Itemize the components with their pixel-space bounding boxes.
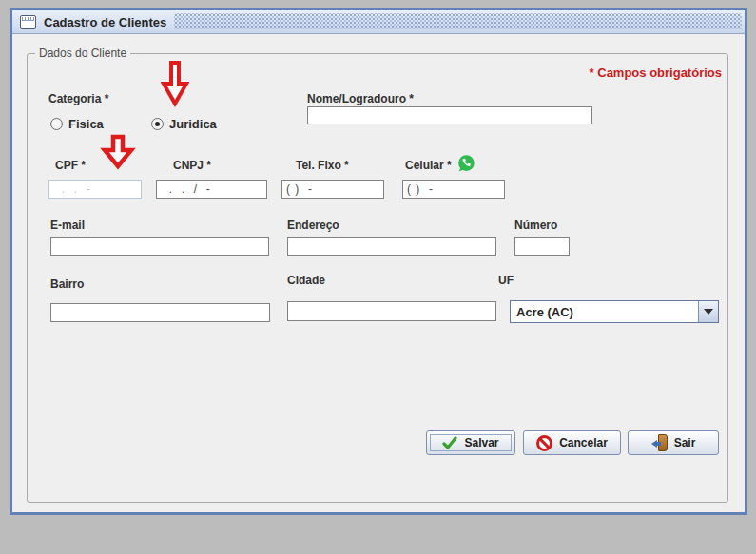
- categoria-label: Categoria *: [48, 92, 108, 105]
- window-icon: [20, 15, 36, 29]
- radio-fisica-circle-icon: [50, 118, 63, 130]
- cidade-input[interactable]: [287, 301, 496, 321]
- window-content: Dados do Cliente * Campos obrigatórios C…: [12, 34, 745, 512]
- dados-do-cliente-groupbox: Dados do Cliente * Campos obrigatórios C…: [27, 53, 728, 503]
- numero-label: Número: [514, 219, 557, 232]
- celular-input[interactable]: [402, 180, 505, 199]
- cidade-label: Cidade: [287, 274, 325, 287]
- sair-button[interactable]: Sair: [628, 430, 719, 455]
- groupbox-title: Dados do Cliente: [35, 47, 130, 60]
- cancel-icon: [536, 435, 552, 451]
- required-fields-note: * Campos obrigatórios: [590, 66, 722, 80]
- bairro-input[interactable]: [50, 303, 270, 322]
- uf-dropdown-button[interactable]: [698, 301, 718, 322]
- uf-label: UF: [498, 274, 514, 287]
- salvar-button[interactable]: Salvar: [426, 430, 515, 455]
- endereco-label: Endereço: [287, 219, 339, 232]
- cadastro-clientes-window: Cadastro de Clientes Dados do Cliente * …: [10, 8, 747, 515]
- nome-logradouro-label: Nome/Logradouro *: [307, 92, 414, 105]
- cnpj-input[interactable]: [156, 180, 267, 199]
- cpf-label: CPF *: [55, 159, 86, 172]
- desktop-background: Cadastro de Clientes Dados do Cliente * …: [0, 0, 756, 554]
- radio-juridica-circle-icon: [151, 118, 164, 130]
- cnpj-label: CNPJ *: [173, 159, 211, 172]
- celular-label: Celular *: [405, 159, 452, 172]
- titlebar-bump-texture: [174, 13, 742, 29]
- red-arrow-down-juridica-icon: [161, 60, 189, 107]
- email-label: E-mail: [50, 219, 85, 232]
- uf-combobox[interactable]: Acre (AC): [510, 300, 719, 323]
- radio-juridica-label: Juridica: [169, 117, 217, 131]
- salvar-focus-ring: [430, 434, 512, 451]
- window-title: Cadastro de Clientes: [44, 15, 166, 29]
- email-input[interactable]: [50, 237, 269, 256]
- radio-fisica-label: Fisica: [68, 117, 104, 131]
- nome-logradouro-input[interactable]: [307, 106, 592, 124]
- endereco-input[interactable]: [287, 237, 496, 256]
- tel-fixo-input[interactable]: [281, 180, 384, 199]
- cpf-input: [48, 180, 142, 199]
- cancelar-button[interactable]: Cancelar: [523, 430, 621, 455]
- door-exit-icon: [651, 434, 668, 451]
- radio-juridica[interactable]: Juridica: [151, 117, 217, 131]
- whatsapp-icon: [456, 154, 475, 173]
- sair-button-label: Sair: [674, 436, 696, 449]
- bairro-label: Bairro: [50, 277, 84, 291]
- radio-fisica[interactable]: Fisica: [50, 117, 104, 131]
- cancelar-button-label: Cancelar: [559, 436, 608, 449]
- window-titlebar[interactable]: Cadastro de Clientes: [12, 10, 745, 34]
- numero-input[interactable]: [514, 237, 570, 256]
- uf-selected-value: Acre (AC): [511, 301, 698, 322]
- red-arrow-down-cpf-icon: [100, 134, 136, 170]
- chevron-down-icon: [704, 309, 713, 315]
- tel-fixo-label: Tel. Fixo *: [296, 159, 349, 172]
